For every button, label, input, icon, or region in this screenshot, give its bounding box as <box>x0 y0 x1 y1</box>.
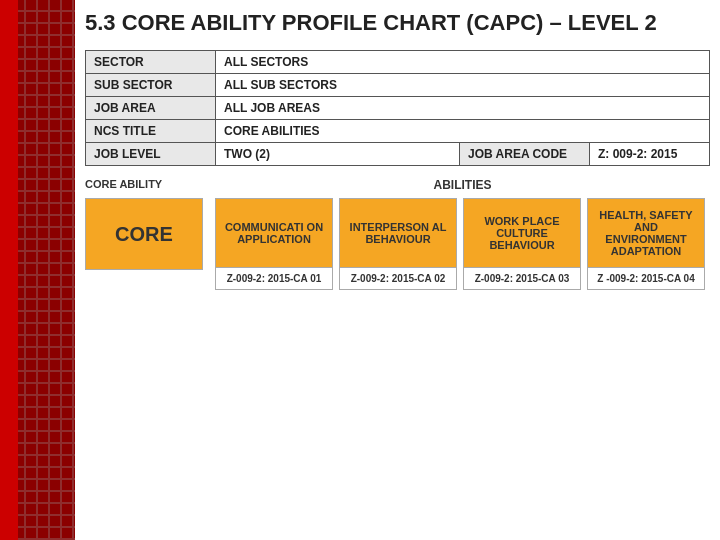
ability-card-code: Z -009-2: 2015-CA 04 <box>587 268 705 290</box>
info-row: NCS TITLECORE ABILITIES <box>86 120 710 143</box>
page-title: 5.3 CORE ABILITY PROFILE CHART (CAPC) – … <box>85 10 710 36</box>
info-table: SECTORALL SECTORSSUB SECTORALL SUB SECTO… <box>85 50 710 166</box>
core-box: CORE <box>85 198 203 270</box>
info-row-value: CORE ABILITIES <box>216 120 710 143</box>
ability-card: HEALTH, SAFETY AND ENVIRONMENT ADAPTATIO… <box>587 198 705 290</box>
ability-card-code: Z-009-2: 2015-CA 01 <box>215 268 333 290</box>
ability-card-code: Z-009-2: 2015-CA 02 <box>339 268 457 290</box>
ability-card-title: WORK PLACE CULTURE BEHAVIOUR <box>463 198 581 268</box>
info-row-value: ALL SECTORS <box>216 51 710 74</box>
info-row-extra-label: JOB AREA CODE <box>460 143 590 166</box>
section-wrapper: CORE COMMUNICATI ON APPLICATIONZ-009-2: … <box>85 198 710 290</box>
info-row: JOB LEVELTWO (2)JOB AREA CODEZ: 009-2: 2… <box>86 143 710 166</box>
section-label-row: CORE ABILITY ABILITIES <box>85 178 710 192</box>
info-row: SECTORALL SECTORS <box>86 51 710 74</box>
info-row: JOB AREAALL JOB AREAS <box>86 97 710 120</box>
cards-row: COMMUNICATI ON APPLICATIONZ-009-2: 2015-… <box>215 198 705 290</box>
core-ability-label: CORE ABILITY <box>85 178 215 192</box>
ability-card-title: COMMUNICATI ON APPLICATION <box>215 198 333 268</box>
info-row-extra-value: Z: 009-2: 2015 <box>590 143 710 166</box>
info-row-value: ALL SUB SECTORS <box>216 74 710 97</box>
ability-card: COMMUNICATI ON APPLICATIONZ-009-2: 2015-… <box>215 198 333 290</box>
info-row-value: TWO (2) <box>216 143 460 166</box>
info-row-label: SECTOR <box>86 51 216 74</box>
ability-card-code: Z-009-2: 2015-CA 03 <box>463 268 581 290</box>
red-stripe <box>0 0 18 540</box>
ability-card-title: INTERPERSON AL BEHAVIOUR <box>339 198 457 268</box>
ability-card: WORK PLACE CULTURE BEHAVIOURZ-009-2: 201… <box>463 198 581 290</box>
info-row-label: JOB LEVEL <box>86 143 216 166</box>
left-col: CORE <box>85 198 215 270</box>
info-row-label: JOB AREA <box>86 97 216 120</box>
abilities-header: ABILITIES <box>215 178 710 192</box>
main-content: 5.3 CORE ABILITY PROFILE CHART (CAPC) – … <box>75 0 720 540</box>
info-row: SUB SECTORALL SUB SECTORS <box>86 74 710 97</box>
ability-card: INTERPERSON AL BEHAVIOURZ-009-2: 2015-CA… <box>339 198 457 290</box>
info-row-value: ALL JOB AREAS <box>216 97 710 120</box>
info-row-label: SUB SECTOR <box>86 74 216 97</box>
info-row-label: NCS TITLE <box>86 120 216 143</box>
ability-card-title: HEALTH, SAFETY AND ENVIRONMENT ADAPTATIO… <box>587 198 705 268</box>
